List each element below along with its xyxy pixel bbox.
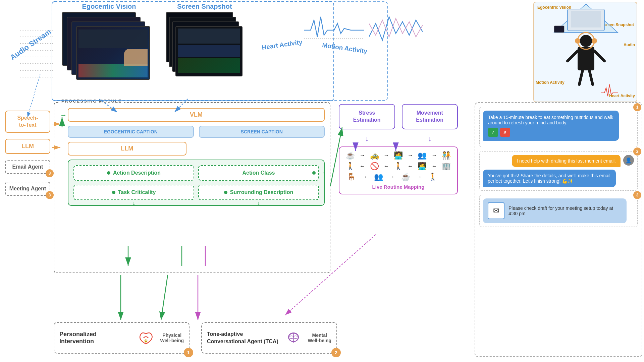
action-description-box: Action Description	[73, 165, 194, 181]
arrow-10: →	[389, 174, 395, 180]
llm-box: LLM	[68, 142, 186, 156]
arrow-4: →	[432, 153, 437, 159]
no-meal-icon: 🚫	[370, 162, 379, 171]
chat-bubble-bot: You've got this! Share the details, and …	[483, 170, 616, 187]
email-icon: ✉	[488, 202, 504, 219]
desk-icon: 🧑‍💻	[394, 151, 403, 160]
desk-icon-2: 🧑‍💻	[418, 162, 427, 171]
svg-point-12	[580, 35, 592, 47]
estimation-boxes: Stress Estimation Movement Estimation	[339, 104, 458, 129]
arrow-5: ←	[360, 163, 365, 169]
person-diagram: Egocentric Vision Screen Snapshot Audio …	[533, 2, 637, 102]
routine-row-2: 🚶 ← 🚫 ← 🚶 ← 🧑‍💻 ← 🏢	[343, 162, 453, 171]
coffee-icon-2: ☕	[401, 173, 410, 181]
meeting-icon-2: 👥	[374, 173, 383, 181]
tca-title: Tone-adaptive Conversational Agent (TCA)	[207, 330, 279, 346]
processing-module: PROCESSING MODULE → VLM EGOCENTRIC CAPTI…	[54, 102, 330, 273]
surrounding-description-box: Surrounding Description ↓	[198, 185, 319, 200]
tca-box: Tone-adaptive Conversational Agent (TCA)…	[201, 322, 337, 354]
user-avatar: 👤	[623, 155, 634, 166]
motion-waveform	[369, 10, 423, 50]
svg-rect-13	[578, 47, 594, 70]
email-agent-box: Email Agent 3	[5, 160, 50, 174]
people-icon: 🧑‍🤝‍🧑	[442, 151, 451, 160]
accept-button[interactable]: ✓	[488, 128, 498, 137]
screen-snapshot-top-label: Screen Snapshot	[164, 3, 245, 10]
vlm-box: → VLM	[68, 108, 325, 122]
heart-activity-label: Heart Activity	[261, 39, 303, 52]
chat-group-1: 1 Take a 15-minute break to eat somethin…	[479, 107, 638, 147]
tca-text: Tone-adaptive Conversational Agent (TCA)	[207, 330, 279, 346]
live-routine-mapping: ☕ → 🚕 → 🧑‍💻 → 👥 → 🧑‍🤝‍🧑 🚶 ← 🚫 ← 🚶 ← 🧑‍💻	[339, 146, 458, 194]
caption-row: EGOCENTRIC CAPTION SCREEN CAPTION	[68, 126, 325, 138]
svg-line-14	[568, 51, 578, 61]
chat-badge-1: 1	[633, 103, 641, 111]
svg-line-44	[161, 275, 168, 320]
arrow-1: →	[360, 153, 365, 159]
car-icon: 🚕	[370, 151, 379, 160]
egocentric-screen-stack	[62, 12, 156, 82]
chat-group-3: 3 ✉ Please check draft for your meeting …	[479, 195, 638, 227]
physical-wellbeing-icon	[136, 328, 156, 348]
meeting-icon-1: 👥	[418, 151, 427, 160]
output-row: Personalized Intervention Physical Well-…	[54, 322, 337, 354]
pm-arrows	[54, 246, 330, 273]
processing-module-label: PROCESSING MODULE	[59, 99, 124, 104]
arrow-2: →	[384, 153, 389, 159]
main-container: Audio Stream Egocentic Vision	[0, 0, 644, 362]
mental-wellbeing-label: Mental Well-being	[308, 333, 331, 343]
office-icon: 🏢	[442, 162, 451, 171]
egocentric-caption-box: EGOCENTRIC CAPTION	[68, 126, 194, 138]
snapshot-stack	[166, 12, 243, 82]
chat-badge-2: 2	[633, 147, 641, 156]
meeting-agent-box: Meeting Agent 3	[5, 182, 50, 196]
stress-estimation-box: Stress Estimation	[339, 104, 395, 129]
svg-point-18	[592, 38, 597, 44]
screen-caption-box: SCREEN CAPTION	[199, 126, 325, 138]
walk-icon-1: 🚶	[346, 162, 355, 171]
audio-waveform	[17, 20, 57, 94]
email-agent-badge: 3	[46, 169, 54, 177]
estimation-arrows: ↓ ↓	[339, 134, 458, 143]
arrow-11: →	[417, 174, 422, 180]
screen-card-1	[76, 26, 150, 80]
routine-row-1: ☕ → 🚕 → 🧑‍💻 → 👥 → 🧑‍🤝‍🧑	[343, 151, 453, 160]
pi-text: Personalized Intervention	[59, 331, 132, 345]
left-inputs-panel: Speech- to-Text LLM Email Agent 3 Meetin…	[5, 111, 50, 196]
pi-title: Personalized Intervention	[59, 331, 132, 345]
snapshot-card-1	[175, 26, 243, 76]
screen-snapshot-section: Screen Snapshot	[164, 3, 245, 82]
egocentric-vision-label: Egocentic Vision	[60, 3, 158, 10]
tca-badge: 2	[331, 348, 341, 357]
svg-rect-11	[571, 11, 601, 27]
mental-wellbeing-icon	[283, 328, 304, 348]
walk-icon-3: 🚶	[428, 173, 437, 181]
table-icon: 🪑	[347, 173, 356, 181]
motion-activity-label: Motion Activity	[322, 42, 368, 55]
svg-line-19	[579, 70, 583, 84]
chat-bubble-email: ✉ Please check draft for your meeting se…	[483, 198, 627, 223]
coffee-icon: ☕	[346, 151, 355, 160]
chat-actions-1: ✓ ✗	[488, 128, 614, 137]
pi-badge: 1	[184, 348, 193, 357]
task-criticality-box: Task Criticality ↓	[73, 185, 194, 200]
routine-row-3: 🪑 → 👥 → ☕ → 🚶	[343, 173, 453, 181]
live-routine-label: Live Routine Mapping	[343, 184, 453, 190]
personalized-intervention-box: Personalized Intervention Physical Well-…	[54, 322, 190, 354]
motion-activity-section: Motion Activity	[322, 10, 423, 55]
arrow-7: ←	[408, 163, 413, 169]
svg-line-20	[589, 70, 593, 84]
physical-wellbeing-label: Physical Well-being	[160, 333, 184, 343]
svg-point-17	[575, 38, 580, 44]
arrow-6: ←	[384, 163, 389, 169]
arrow-9: →	[362, 174, 368, 180]
speech-to-text-box: Speech- to-Text	[5, 111, 50, 133]
chat-section: 1 Take a 15-minute break to eat somethin…	[475, 102, 642, 357]
chat-bubble-user: I need help with drafting this last mome…	[512, 155, 621, 167]
svg-line-15	[594, 51, 604, 61]
meeting-agent-badge: 3	[46, 191, 54, 199]
chat-bubble-1: Take a 15-minute break to eat something …	[483, 111, 619, 141]
chat-badge-3: 3	[633, 191, 641, 199]
reject-button[interactable]: ✗	[500, 128, 510, 137]
action-class-box: Action Class →	[198, 165, 319, 181]
